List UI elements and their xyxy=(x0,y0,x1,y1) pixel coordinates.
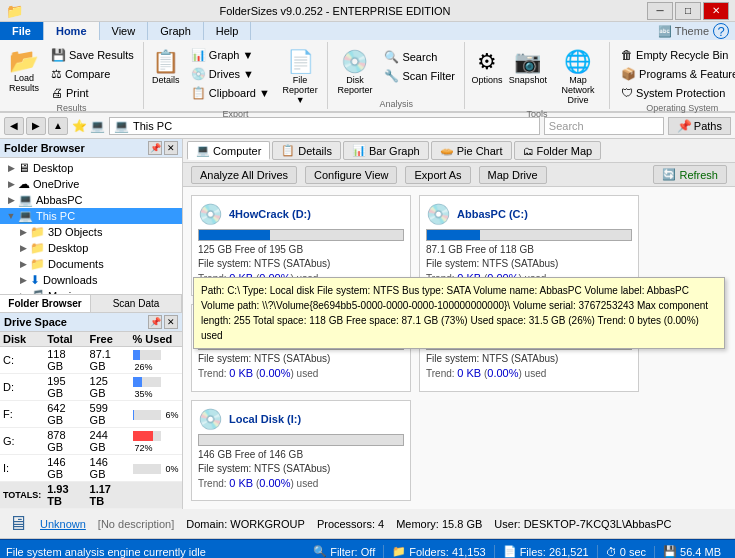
tab-view[interactable]: View xyxy=(100,22,149,40)
address-box[interactable]: 💻 This PC xyxy=(109,117,540,135)
onedrive-icon: ☁ xyxy=(18,177,30,191)
search-button[interactable]: 🔍 Search xyxy=(379,48,460,66)
drive-size-info: 87.1 GB Free of 118 GB xyxy=(426,244,632,255)
scan-filter-button[interactable]: 🔧 Scan Filter xyxy=(379,67,460,85)
results-group-label: Results xyxy=(4,103,139,113)
analyze-all-drives-button[interactable]: Analyze All Drives xyxy=(191,166,297,184)
main-content: Folder Browser 📌 ✕ ▶ 🖥 Desktop ▶ ☁ OneDr… xyxy=(0,139,735,509)
file-reporter-icon: 📄 xyxy=(287,49,314,75)
drive-space-table: Disk Total Free % Used C: 118 GB 87.1 GB… xyxy=(0,332,182,509)
view-tab-pie-chart[interactable]: 🥧Pie Chart xyxy=(431,141,512,160)
close-panel-button[interactable]: ✕ xyxy=(164,141,178,155)
empty-recycle-bin-button[interactable]: 🗑 Empty Recycle Bin xyxy=(616,46,735,64)
drive-size-info: 125 GB Free of 195 GB xyxy=(198,244,404,255)
tree-item-desktop2[interactable]: ▶ 📁 Desktop xyxy=(0,240,182,256)
tree-item-thispc[interactable]: ▼ 💻 This PC xyxy=(0,208,182,224)
desktop-icon: 🖥 xyxy=(18,161,30,175)
left-panel: Folder Browser 📌 ✕ ▶ 🖥 Desktop ▶ ☁ OneDr… xyxy=(0,139,183,509)
minimize-button[interactable]: ─ xyxy=(647,2,673,20)
drive-bar xyxy=(198,434,404,446)
filter-icon: 🔍 xyxy=(313,545,327,558)
tab-folder-browser[interactable]: Folder Browser xyxy=(0,295,91,312)
view-tab-computer[interactable]: 💻Computer xyxy=(187,141,270,160)
files-icon: 📄 xyxy=(503,545,517,558)
refresh-button[interactable]: 🔄 Refresh xyxy=(653,165,727,184)
tab-help[interactable]: Help xyxy=(204,22,252,40)
col-total: Total xyxy=(44,332,86,347)
computer-processors: Processors: 4 xyxy=(317,518,384,530)
programs-features-button[interactable]: 📦 Programs & Features xyxy=(616,65,735,83)
map-network-drive-button[interactable]: 🌐 Map NetworkDrive xyxy=(551,46,605,108)
options-button[interactable]: ⚙ Options xyxy=(469,46,505,88)
drive-table-row[interactable]: I: 146 GB 146 GB 0% xyxy=(0,455,182,482)
print-button[interactable]: 🖨 Print xyxy=(46,84,139,102)
file-reporter-button[interactable]: 📄 FileReporter ▼ xyxy=(277,46,324,108)
drive-trend: Trend: 0 KB (0.00%) used xyxy=(198,367,404,379)
ribbon: File Home View Graph Help 🔤 Theme ? 📂 Lo… xyxy=(0,22,735,113)
tree-item-onedrive[interactable]: ▶ ☁ OneDrive xyxy=(0,176,182,192)
drive-trend: Trend: 0 KB (0.00%) used xyxy=(198,477,404,489)
drive-card-icon: 💿 xyxy=(198,202,223,226)
computer-user: User: DESKTOP-7KCQ3L\AbbasPC xyxy=(494,518,671,530)
view-tab-folder-map[interactable]: 🗂Folder Map xyxy=(514,141,602,160)
tab-graph[interactable]: Graph xyxy=(148,22,204,40)
col-disk: Disk xyxy=(0,332,44,347)
ribbon-tab-bar: File Home View Graph Help 🔤 Theme ? xyxy=(0,22,735,40)
drive-card-name: 4HowCrack (D:) xyxy=(229,208,311,220)
computer-name-link[interactable]: Unknown xyxy=(40,518,86,530)
tree-item-abbaspc[interactable]: ▶ 💻 AbbasPC xyxy=(0,192,182,208)
tab-icon: 📋 xyxy=(281,144,295,157)
clipboard-icon: 📋 xyxy=(191,86,206,100)
col-pct-used: % Used xyxy=(130,332,182,347)
tab-home[interactable]: Home xyxy=(44,22,100,40)
drive-table-row[interactable]: F: 642 GB 599 GB 6% xyxy=(0,400,182,427)
computer-description: [No description] xyxy=(98,518,174,530)
computer-info-bar: 🖥 Unknown [No description] Domain: WORKG… xyxy=(0,509,735,539)
drive-table-row[interactable]: C: 118 GB 87.1 GB 26% xyxy=(0,346,182,373)
tab-icon: 💻 xyxy=(196,144,210,157)
drive-table-row[interactable]: G: 878 GB 244 GB 72% xyxy=(0,427,182,454)
snapshot-icon: 📷 xyxy=(514,49,541,75)
scan-filter-icon: 🔧 xyxy=(384,69,399,83)
up-button[interactable]: ▲ xyxy=(48,117,68,135)
maximize-button[interactable]: □ xyxy=(675,2,701,20)
tree-item-3dobjects[interactable]: ▶ 📁 3D Objects xyxy=(0,224,182,240)
thispc-icon: 💻 xyxy=(18,209,33,223)
programs-icon: 📦 xyxy=(621,67,636,81)
map-drive-button[interactable]: Map Drive xyxy=(479,166,547,184)
right-panel: 💻Computer📋Details📊Bar Graph🥧Pie Chart🗂Fo… xyxy=(183,139,735,509)
close-button[interactable]: ✕ xyxy=(703,2,729,20)
drive-card-local-disk--i--[interactable]: 💿 Local Disk (I:) 146 GB Free of 146 GB … xyxy=(191,400,411,501)
close-drive-space-button[interactable]: ✕ xyxy=(164,315,178,329)
paths-button[interactable]: 📌 Paths xyxy=(668,117,731,135)
folder-browser-header: Folder Browser 📌 ✕ xyxy=(0,139,182,158)
configure-view-button[interactable]: Configure View xyxy=(305,166,397,184)
disk-reporter-button[interactable]: 💿 DiskReporter xyxy=(332,46,377,98)
pin-drive-space-button[interactable]: 📌 xyxy=(148,315,162,329)
export-as-button[interactable]: Export As xyxy=(405,166,470,184)
address-search[interactable]: Search xyxy=(544,117,664,135)
drives-button[interactable]: 💿 Drives ▼ xyxy=(186,65,275,83)
load-results-button[interactable]: 📂 Load Results xyxy=(4,46,44,96)
view-tab-bar-graph[interactable]: 📊Bar Graph xyxy=(343,141,429,160)
tab-scan-data[interactable]: Scan Data xyxy=(91,295,182,312)
pin-panel-button[interactable]: 📌 xyxy=(148,141,162,155)
system-protection-button[interactable]: 🛡 System Protection xyxy=(616,84,735,102)
drive-fs-info: File system: NTFS (SATAbus) xyxy=(198,258,404,269)
details-button[interactable]: 📋 Details xyxy=(148,46,184,88)
back-button[interactable]: ◀ xyxy=(4,117,24,135)
clipboard-button[interactable]: 📋 Clipboard ▼ xyxy=(186,84,275,102)
compare-button[interactable]: ⚖ Compare xyxy=(46,65,139,83)
search-placeholder: Search xyxy=(549,120,584,132)
tree-item-desktop[interactable]: ▶ 🖥 Desktop xyxy=(0,160,182,176)
snapshot-button[interactable]: 📷 Snapshot xyxy=(507,46,549,88)
save-results-button[interactable]: 💾 Save Results xyxy=(46,46,139,64)
tab-file[interactable]: File xyxy=(0,22,44,40)
forward-button[interactable]: ▶ xyxy=(26,117,46,135)
drive-table-row[interactable]: D: 195 GB 125 GB 35% xyxy=(0,373,182,400)
view-tab-details[interactable]: 📋Details xyxy=(272,141,341,160)
tree-item-downloads[interactable]: ▶ ⬇ Downloads xyxy=(0,272,182,288)
desktop2-icon: 📁 xyxy=(30,241,45,255)
tree-item-documents[interactable]: ▶ 📁 Documents xyxy=(0,256,182,272)
graph-button[interactable]: 📊 Graph ▼ xyxy=(186,46,275,64)
